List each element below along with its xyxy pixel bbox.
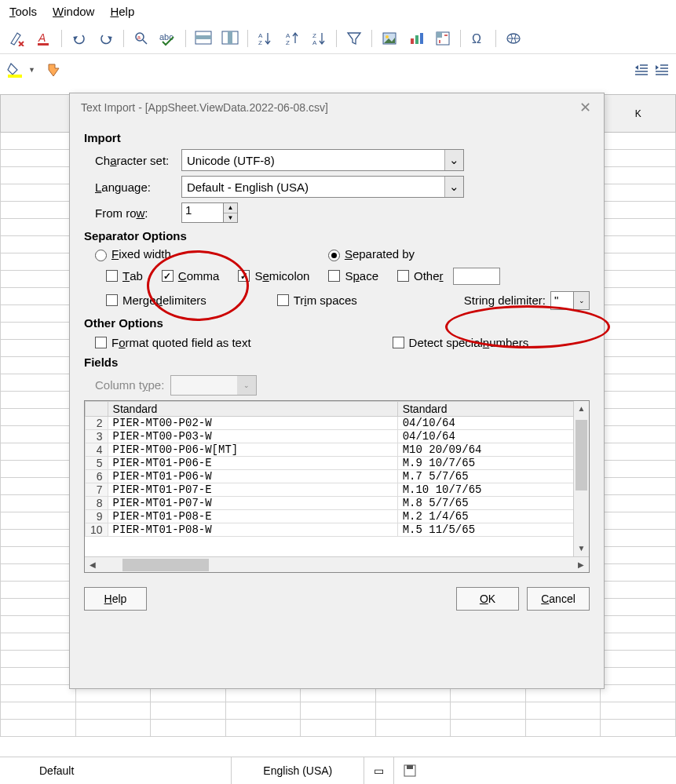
tab-checkbox[interactable]: Tab [106,269,143,283]
table-row[interactable]: 8PIER-MT01-P07-WM.8 5/7/65 [86,496,589,509]
menu-tools[interactable]: Tools [9,5,37,18]
charset-select[interactable]: Unicode (UTF-8)⌄ [181,149,464,171]
find-icon[interactable]: a [130,27,152,49]
dropdown-arrow-icon[interactable]: ▼ [28,66,36,74]
hyperlink-icon[interactable] [502,27,524,49]
preview-table[interactable]: StandardStandard 2PIER-MT00-P02-W04/10/6… [84,400,590,573]
style-icon[interactable] [46,62,61,78]
fixed-width-radio[interactable]: Fixed width [95,247,171,261]
column-header-k[interactable]: K [601,95,676,133]
cancel-button[interactable]: Cancel [527,587,590,611]
svg-rect-11 [228,31,232,44]
chart-icon[interactable] [405,27,427,49]
table-row[interactable]: 5PIER-MT01-P06-EM.9 10/7/65 [86,456,589,469]
svg-text:A: A [312,39,317,46]
clear-format-icon[interactable] [6,27,28,49]
fromrow-stepper[interactable]: ▲▼ [224,202,238,223]
table-row[interactable]: 2PIER-MT00-P02-W04/10/64 [86,416,589,429]
status-style[interactable]: Default [0,757,231,784]
svg-point-19 [386,35,389,38]
spellcheck-icon[interactable]: abc [157,27,179,49]
svg-rect-3 [38,43,49,46]
status-insert-icon[interactable]: ▭ [364,757,393,784]
help-button[interactable]: Help [84,587,147,611]
chevron-down-icon[interactable]: ⌄ [444,177,463,197]
svg-rect-20 [411,38,414,44]
trim-spaces-checkbox[interactable]: Trim spaces [277,294,357,307]
ok-button[interactable]: OK [456,587,519,611]
column-type-select[interactable]: ⌄ [170,375,257,396]
detect-special-checkbox[interactable]: Detect special numbers [393,336,529,349]
preview-col-1[interactable]: Standard [108,401,397,416]
pivot-icon[interactable] [432,27,454,49]
toolbar-format: ▼ [0,54,676,86]
chevron-down-icon[interactable]: ⌄ [444,150,463,170]
table-row[interactable]: 3PIER-MT00-P03-W04/10/64 [86,429,589,443]
other-input[interactable] [453,268,500,285]
svg-rect-24 [437,32,442,38]
import-heading: Import [84,131,590,144]
redo-icon[interactable] [95,27,117,49]
svg-text:A: A [286,32,290,39]
fromrow-label: From row: [95,206,181,220]
svg-rect-9 [195,35,211,39]
vertical-scrollbar[interactable]: ▲▼ [573,401,589,556]
svg-rect-27 [8,75,22,78]
image-icon[interactable] [378,27,400,49]
merge-delimiters-checkbox[interactable]: Merge delimiters [106,294,206,307]
comma-checkbox[interactable]: Comma [162,269,220,283]
undo-icon[interactable] [68,27,90,49]
indent-increase-icon[interactable] [654,62,670,78]
dialog-titlebar: Text Import - [AppSheet.ViewData.2022-06… [70,93,604,122]
menu-help[interactable]: Help [110,5,134,18]
indent-decrease-icon[interactable] [634,62,649,78]
language-select[interactable]: Default - English (USA)⌄ [181,176,464,198]
charset-label: Character set: [95,154,181,167]
autofilter-icon[interactable] [343,27,365,49]
svg-text:Z: Z [286,39,290,46]
svg-text:A: A [258,32,263,39]
string-delimiter-combo[interactable]: " [550,291,574,310]
separated-by-radio[interactable]: Separated by [328,247,415,261]
horizontal-scrollbar[interactable]: ◀▶ [85,556,589,572]
svg-rect-21 [415,35,418,44]
chevron-down-icon[interactable]: ⌄ [574,291,590,310]
table-row[interactable]: 10PIER-MT01-P08-WM.5 11/5/65 [86,523,589,536]
preview-col-2[interactable]: Standard [397,401,588,416]
table-row[interactable]: 4PIER-MT00-P06-W[MT]M10 20/09/64 [86,443,589,456]
status-language[interactable]: English (USA) [231,757,364,784]
sort-asc-icon[interactable]: AZ [281,27,303,49]
column-type-label: Column type: [95,378,164,392]
row-icon[interactable] [192,27,214,49]
menu-window[interactable]: Window [53,5,94,18]
format-quoted-checkbox[interactable]: Format quoted field as text [95,336,251,349]
font-color-icon[interactable]: A [33,27,55,49]
sort-asc-desc-icon[interactable]: AZ [254,27,276,49]
svg-line-5 [143,40,147,44]
special-char-icon[interactable]: Ω [467,27,489,49]
svg-text:Z: Z [258,39,262,46]
svg-text:A: A [38,31,46,44]
svg-rect-22 [420,33,423,44]
status-save-icon[interactable] [393,757,426,784]
other-options-heading: Other Options [84,316,590,330]
text-import-dialog: Text Import - [AppSheet.ViewData.2022-06… [69,93,605,689]
table-row[interactable]: 9PIER-MT01-P08-EM.2 1/4/65 [86,509,589,523]
svg-text:abc: abc [159,32,174,42]
fromrow-input[interactable]: 1 [181,202,224,223]
fields-heading: Fields [84,356,590,369]
semicolon-checkbox[interactable]: Semicolon [238,269,309,283]
table-row[interactable]: 7PIER-MT01-P07-EM.10 10/7/65 [86,483,589,496]
space-checkbox[interactable]: Space [328,269,378,283]
column-icon[interactable] [219,27,241,49]
menu-bar: Tools Window Help [0,0,676,23]
sort-desc-icon[interactable]: ZA [308,27,330,49]
close-icon[interactable]: ✕ [577,100,593,115]
other-checkbox[interactable]: Other [397,269,444,283]
separator-heading: Separator Options [84,229,590,242]
table-row[interactable]: 6PIER-MT01-P06-WM.7 5/7/65 [86,469,589,483]
fill-color-icon[interactable] [6,62,24,78]
svg-text:Z: Z [312,32,316,39]
dialog-title: Text Import - [AppSheet.ViewData.2022-06… [81,101,328,114]
svg-text:Ω: Ω [472,32,481,46]
